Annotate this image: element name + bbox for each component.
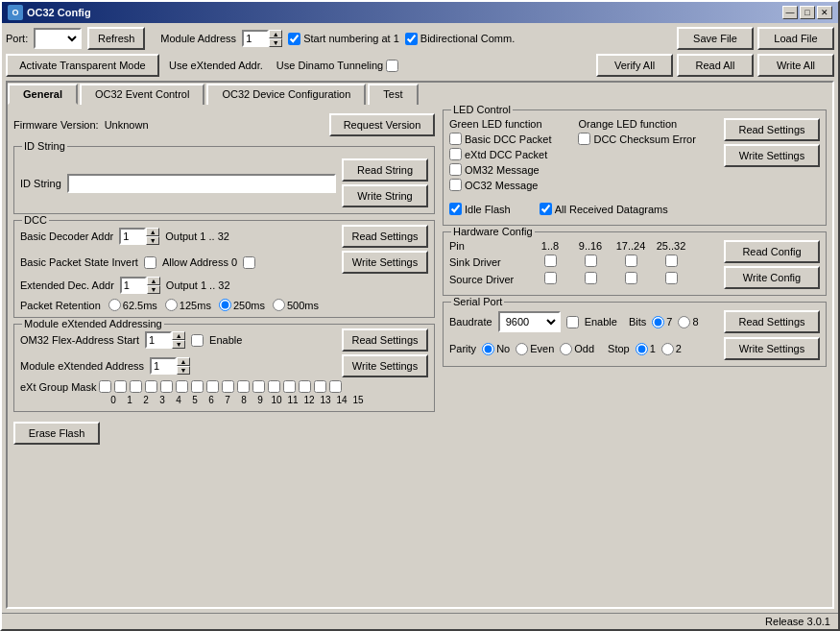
write-string-button[interactable]: Write String <box>342 184 428 207</box>
verify-all-button[interactable]: Verify All <box>596 54 673 77</box>
read-string-button[interactable]: Read String <box>342 158 428 182</box>
mask-2[interactable] <box>130 380 142 393</box>
mask-1[interactable] <box>114 380 127 393</box>
ret-62ms-radio[interactable] <box>108 299 121 311</box>
extended-dec-input[interactable] <box>120 277 147 294</box>
write-all-button[interactable]: Write All <box>757 54 834 77</box>
bidirectional-checkbox[interactable] <box>405 33 418 45</box>
dcc-write-settings-button[interactable]: Write Settings <box>342 251 428 274</box>
mask-15[interactable] <box>329 380 342 393</box>
sink-25-32[interactable] <box>665 255 678 267</box>
bits-8-radio[interactable] <box>678 316 690 328</box>
basic-decoder-up[interactable]: ▲ <box>146 228 159 236</box>
sink-1-8[interactable] <box>544 255 557 267</box>
oc32-msg-checkbox[interactable] <box>449 179 462 191</box>
stop-2-radio[interactable] <box>661 343 674 355</box>
request-version-button[interactable]: Request Version <box>329 113 435 136</box>
om32-msg-checkbox[interactable] <box>449 163 462 176</box>
om32-flex-up[interactable]: ▲ <box>172 331 185 340</box>
module-address-down[interactable]: ▼ <box>269 38 282 47</box>
ret-500ms-radio[interactable] <box>273 299 285 311</box>
module-address-up[interactable]: ▲ <box>269 30 282 38</box>
dinamo-checkbox[interactable] <box>386 60 398 72</box>
dcc-read-settings-button[interactable]: Read Settings <box>342 225 428 248</box>
led-read-settings-button[interactable]: Read Settings <box>724 118 820 141</box>
mask-8[interactable] <box>222 380 234 393</box>
led-write-settings-button[interactable]: Write Settings <box>724 144 820 167</box>
port-select[interactable] <box>34 28 82 49</box>
all-received-checkbox[interactable] <box>540 203 552 215</box>
baudrate-select[interactable]: 9600 <box>498 311 561 332</box>
mask-3[interactable] <box>145 380 157 393</box>
ext-enable-checkbox[interactable] <box>191 334 204 347</box>
ret-250ms-radio[interactable] <box>219 299 231 311</box>
bidirectional-check: Bidirectional Comm. <box>405 33 515 45</box>
dcc-checksum-checkbox[interactable] <box>578 133 590 145</box>
tab-general[interactable]: General <box>8 84 78 105</box>
serial-read-settings-button[interactable]: Read Settings <box>724 310 820 333</box>
mask-9[interactable] <box>237 380 250 393</box>
parity-no-radio[interactable] <box>482 343 494 355</box>
allow-address-checkbox[interactable] <box>243 256 255 269</box>
parity-even-radio[interactable] <box>516 343 528 355</box>
module-ext-down[interactable]: ▼ <box>177 366 190 375</box>
basic-dcc-label: Basic DCC Packet <box>465 133 551 145</box>
source-1-8[interactable] <box>544 272 557 284</box>
serial-enable-checkbox[interactable] <box>566 316 579 328</box>
om32-flex-down[interactable]: ▼ <box>172 340 185 349</box>
mask-0[interactable] <box>99 380 111 393</box>
stop-1-radio[interactable] <box>636 343 648 355</box>
erase-flash-button[interactable]: Erase Flash <box>13 422 100 445</box>
extended-dec-up[interactable]: ▲ <box>147 277 160 285</box>
idle-flash-checkbox[interactable] <box>449 203 462 215</box>
hw-write-config-button[interactable]: Write Config <box>724 266 820 289</box>
extd-dcc-checkbox[interactable] <box>449 148 462 160</box>
start-numbering-check: Start numbering at 1 <box>288 33 399 45</box>
start-numbering-checkbox[interactable] <box>288 33 300 45</box>
mask-10[interactable] <box>252 380 265 393</box>
extended-dec-down[interactable]: ▼ <box>147 285 160 294</box>
mask-4[interactable] <box>160 380 173 393</box>
bits-7-radio[interactable] <box>652 316 664 328</box>
hw-read-config-button[interactable]: Read Config <box>724 240 820 263</box>
module-ext-up[interactable]: ▲ <box>177 357 190 366</box>
ext-write-settings-button[interactable]: Write Settings <box>342 354 428 377</box>
parity-odd-radio[interactable] <box>560 343 572 355</box>
id-string-input[interactable] <box>67 174 336 193</box>
close-button[interactable]: ✕ <box>817 6 832 19</box>
load-file-button[interactable]: Load File <box>757 27 834 50</box>
mask-11[interactable] <box>268 380 280 393</box>
om32-flex-input[interactable] <box>145 331 172 349</box>
mask-13[interactable] <box>299 380 311 393</box>
sink-9-16[interactable] <box>585 255 597 267</box>
refresh-button[interactable]: Refresh <box>87 27 145 50</box>
module-address-input[interactable]: 1 <box>242 30 269 47</box>
sink-17-24[interactable] <box>625 255 637 267</box>
serial-write-settings-button[interactable]: Write Settings <box>724 337 820 360</box>
source-9-16[interactable] <box>585 272 597 284</box>
mask-5[interactable] <box>176 380 188 393</box>
minimize-button[interactable]: — <box>782 6 798 19</box>
basic-decoder-input[interactable] <box>119 228 146 245</box>
mask-12[interactable] <box>283 380 296 393</box>
ext-read-settings-button[interactable]: Read Settings <box>342 328 428 352</box>
basic-decoder-down[interactable]: ▼ <box>146 236 159 245</box>
tab-event-control[interactable]: OC32 Event Control <box>80 84 204 105</box>
source-25-32[interactable] <box>665 272 678 284</box>
mask-14[interactable] <box>314 380 326 393</box>
read-all-button[interactable]: Read All <box>677 54 754 77</box>
module-ext-input[interactable] <box>150 357 177 375</box>
basic-dcc-checkbox[interactable] <box>449 133 462 145</box>
basic-packet-state-checkbox[interactable] <box>144 256 156 269</box>
maximize-button[interactable]: □ <box>800 6 815 19</box>
activate-transparent-button[interactable]: Activate Transparent Mode <box>6 54 159 77</box>
tab-test[interactable]: Test <box>368 84 418 105</box>
tab-device-config[interactable]: OC32 Device Configuration <box>206 84 366 105</box>
source-17-24[interactable] <box>625 272 637 284</box>
ret-125ms-radio[interactable] <box>165 299 178 311</box>
range3-label: 17..24 <box>614 240 647 252</box>
ret-250ms-label: 250ms <box>233 300 265 311</box>
save-file-button[interactable]: Save File <box>677 27 754 50</box>
mask-7[interactable] <box>206 380 219 393</box>
mask-6[interactable] <box>191 380 204 393</box>
